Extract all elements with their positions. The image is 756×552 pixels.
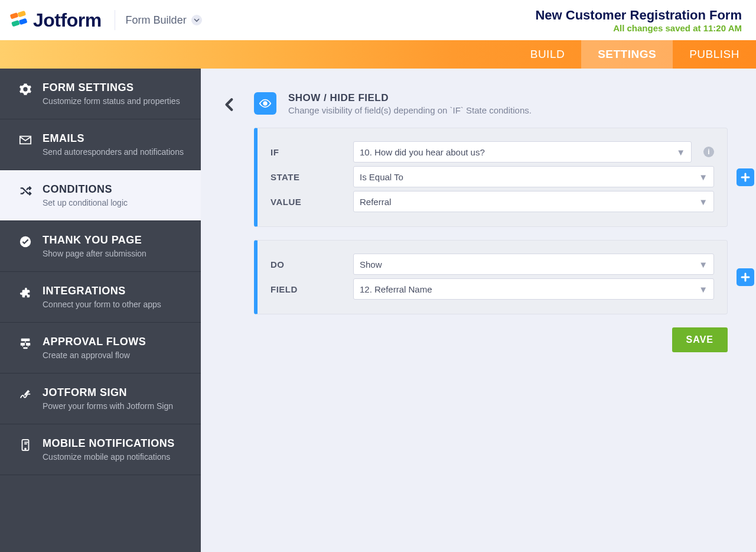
- top-bar: Jotform Form Builder New Customer Regist…: [0, 0, 756, 40]
- sidebar-item-label: MOBILE NOTIFICATIONS: [43, 437, 175, 450]
- sidebar-item-sub: Customize mobile app notifications: [43, 452, 175, 462]
- editor-header: SHOW / HIDE FIELD Change visibility of f…: [217, 92, 728, 117]
- save-button[interactable]: SAVE: [672, 327, 728, 352]
- svg-rect-3: [19, 18, 28, 25]
- main-tabs: BUILD SETTINGS PUBLISH: [0, 40, 756, 69]
- label-value: VALUE: [271, 197, 341, 207]
- logo[interactable]: Jotform: [9, 9, 102, 31]
- sidebar-item-label: EMAILS: [43, 132, 184, 145]
- svg-rect-0: [10, 12, 19, 20]
- sidebar-item-label: FORM SETTINGS: [43, 82, 180, 94]
- select-value: 10. How did you hear about us?: [360, 147, 485, 157]
- back-button[interactable]: [217, 92, 242, 117]
- check-circle-icon: [18, 234, 33, 248]
- info-icon[interactable]: i: [703, 147, 714, 157]
- shuffle-icon: [18, 183, 33, 197]
- sidebar-item-emails[interactable]: EMAILS Send autoresponders and notificat…: [0, 119, 201, 170]
- vertical-divider: [115, 10, 115, 30]
- tab-publish[interactable]: PUBLISH: [673, 40, 756, 69]
- save-status: All changes saved at 11:20 AM: [535, 23, 742, 33]
- if-panel: IF 10. How did you hear about us? ▼ i ST…: [254, 128, 728, 227]
- sidebar-item-label: THANK YOU PAGE: [43, 234, 146, 246]
- select-value: Is Equal To: [360, 172, 403, 182]
- svg-point-11: [263, 102, 267, 105]
- select-value: 12. Referral Name: [360, 284, 432, 294]
- select-value-field[interactable]: Referral ▼: [353, 191, 714, 212]
- condition-title: SHOW / HIDE FIELD: [288, 92, 532, 104]
- page-title: New Customer Registration Form: [535, 8, 742, 23]
- select-value: Referral: [360, 197, 391, 207]
- chevron-down-icon: ▼: [676, 147, 685, 157]
- sidebar-item-sub: Power your forms with Jotform Sign: [43, 401, 173, 411]
- title-area: New Customer Registration Form All chang…: [535, 8, 742, 33]
- sidebar-item-approval-flows[interactable]: APPROVAL FLOWS Create an approval flow: [0, 323, 201, 374]
- chevron-down-icon: ▼: [699, 197, 708, 207]
- chevron-down-icon: ▼: [699, 284, 708, 294]
- flow-icon: [18, 336, 33, 350]
- chevron-down-icon: ▼: [699, 259, 708, 269]
- sidebar-item-sub: Create an approval flow: [43, 350, 146, 360]
- sidebar-item-sub: Connect your form to other apps: [43, 300, 161, 309]
- logo-mark-icon: [9, 11, 28, 30]
- chevron-down-icon: [191, 15, 202, 25]
- mail-icon: [18, 132, 33, 147]
- sidebar-item-integrations[interactable]: INTEGRATIONS Connect your form to other …: [0, 272, 201, 323]
- add-condition-button[interactable]: [737, 168, 754, 186]
- sidebar-item-sub: Show page after submission: [43, 249, 146, 258]
- mobile-icon: [18, 437, 33, 452]
- eye-icon: [254, 92, 276, 115]
- label-field: FIELD: [271, 284, 341, 294]
- select-value: Show: [360, 259, 382, 269]
- puzzle-icon: [18, 285, 33, 299]
- svg-rect-6: [21, 343, 25, 346]
- label-if: IF: [271, 147, 341, 157]
- sidebar-item-sub: Customize form status and properties: [43, 96, 180, 106]
- sidebar-item-sub: Send autoresponders and notifications: [43, 147, 184, 157]
- tab-build[interactable]: BUILD: [514, 40, 581, 69]
- select-if-field[interactable]: 10. How did you hear about us? ▼: [353, 141, 692, 163]
- gear-icon: [18, 82, 33, 96]
- breadcrumb-label: Form Builder: [126, 14, 187, 27]
- chevron-down-icon: ▼: [699, 172, 708, 182]
- condition-subtitle: Change visibility of field(s) depending …: [288, 105, 532, 115]
- svg-rect-7: [26, 343, 30, 346]
- signature-icon: [18, 387, 33, 401]
- svg-rect-8: [23, 347, 27, 349]
- select-do-action[interactable]: Show ▼: [353, 254, 714, 275]
- breadcrumb-form-builder[interactable]: Form Builder: [126, 14, 202, 27]
- sidebar-item-label: APPROVAL FLOWS: [43, 336, 146, 348]
- svg-rect-1: [17, 11, 26, 17]
- sidebar-item-label: JOTFORM SIGN: [43, 387, 173, 399]
- add-action-button[interactable]: [737, 268, 754, 286]
- condition-editor: SHOW / HIDE FIELD Change visibility of f…: [201, 69, 756, 552]
- label-do: DO: [271, 259, 341, 269]
- sidebar-item-jotform-sign[interactable]: JOTFORM SIGN Power your forms with Jotfo…: [0, 374, 201, 424]
- sidebar-item-mobile-notifications[interactable]: MOBILE NOTIFICATIONS Customize mobile ap…: [0, 424, 201, 475]
- label-state: STATE: [271, 172, 341, 182]
- brand-area: Jotform Form Builder: [9, 9, 202, 31]
- main-area: FORM SETTINGS Customize form status and …: [0, 69, 756, 552]
- sidebar-item-sub: Set up conditional logic: [43, 198, 128, 207]
- sidebar-item-label: CONDITIONS: [43, 183, 128, 196]
- select-target-field[interactable]: 12. Referral Name ▼: [353, 278, 714, 300]
- sidebar-item-thank-you[interactable]: THANK YOU PAGE Show page after submissio…: [0, 221, 201, 272]
- svg-rect-5: [21, 339, 30, 342]
- svg-rect-2: [11, 20, 20, 27]
- do-panel: DO Show ▼ FIELD 12. Referral Name ▼: [254, 240, 728, 314]
- logo-wordmark: Jotform: [33, 9, 102, 31]
- sidebar-item-label: INTEGRATIONS: [43, 285, 161, 297]
- sidebar-item-conditions[interactable]: CONDITIONS Set up conditional logic: [0, 170, 201, 221]
- settings-sidebar: FORM SETTINGS Customize form status and …: [0, 69, 201, 552]
- svg-point-10: [25, 449, 26, 450]
- select-state[interactable]: Is Equal To ▼: [353, 166, 714, 187]
- sidebar-item-form-settings[interactable]: FORM SETTINGS Customize form status and …: [0, 69, 201, 119]
- tab-settings[interactable]: SETTINGS: [581, 40, 673, 69]
